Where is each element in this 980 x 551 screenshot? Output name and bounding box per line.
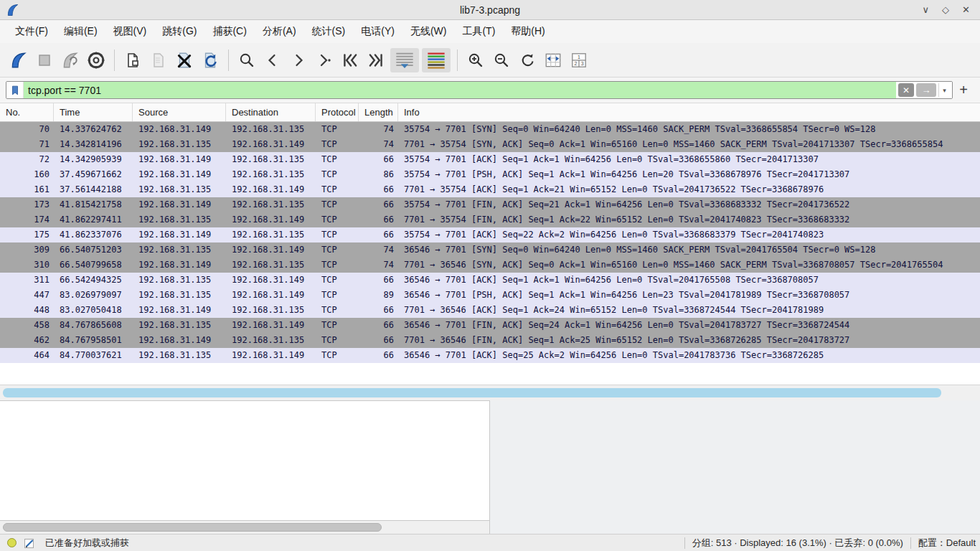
capture-options-icon[interactable] — [85, 48, 108, 72]
column-header-no[interactable]: No. — [0, 103, 54, 121]
packet-row[interactable]: 16137.561442188192.168.31.135192.168.31.… — [0, 182, 980, 197]
start-capture-icon[interactable] — [7, 48, 30, 72]
filter-dropdown-caret[interactable]: ▾ — [938, 83, 950, 97]
menu-help[interactable]: 帮助(H) — [503, 22, 552, 42]
reload-file-icon[interactable] — [199, 48, 222, 72]
find-packet-icon[interactable] — [235, 48, 258, 72]
menu-wireless[interactable]: 无线(W) — [402, 22, 455, 42]
packet-row[interactable]: 17441.862297411192.168.31.135192.168.31.… — [0, 212, 980, 227]
menu-statistics[interactable]: 统计(S) — [304, 22, 354, 42]
filter-clear-button[interactable]: ✕ — [898, 83, 914, 97]
menu-telephony[interactable]: 电话(Y) — [353, 22, 402, 42]
cell-length: 66 — [359, 333, 398, 348]
column-header-destination[interactable]: Destination — [226, 103, 316, 121]
menu-edit[interactable]: 编辑(E) — [56, 22, 105, 42]
packet-row[interactable]: 45884.767865608192.168.31.135192.168.31.… — [0, 318, 980, 333]
packet-row[interactable]: 44783.026979097192.168.31.135192.168.31.… — [0, 288, 980, 303]
packet-row[interactable]: 17541.862337076192.168.31.149192.168.31.… — [0, 227, 980, 242]
cell-source: 192.168.31.149 — [133, 152, 226, 167]
cell-destination: 192.168.31.135 — [226, 167, 316, 182]
packet-row[interactable]: 46284.767958501192.168.31.149192.168.31.… — [0, 333, 980, 348]
status-separator — [684, 537, 685, 549]
menu-view[interactable]: 视图(V) — [105, 22, 155, 42]
packet-row[interactable]: 7014.337624762192.168.31.149192.168.31.1… — [0, 122, 980, 137]
cell-length: 66 — [359, 197, 398, 212]
column-header-info[interactable]: Info — [398, 103, 980, 121]
cell-time: 37.561442188 — [54, 182, 133, 197]
column-header-time[interactable]: Time — [54, 103, 133, 121]
cell-time: 41.862337076 — [54, 227, 133, 242]
menu-analyze[interactable]: 分析(A) — [255, 22, 304, 42]
packet-row[interactable]: 46484.770037621192.168.31.135192.168.31.… — [0, 348, 980, 363]
go-back-icon[interactable] — [261, 48, 284, 72]
go-first-icon[interactable] — [339, 48, 362, 72]
packet-list-hscrollbar — [0, 385, 980, 400]
packet-details-hscrollbar-thumb[interactable] — [3, 523, 382, 532]
cell-protocol: TCP — [316, 197, 359, 212]
go-last-icon[interactable] — [364, 48, 387, 72]
menu-file[interactable]: 文件(F) — [7, 22, 56, 42]
close-button[interactable]: ✕ — [962, 5, 970, 14]
cell-source: 192.168.31.149 — [133, 333, 226, 348]
auto-scroll-icon[interactable] — [390, 48, 419, 72]
cell-protocol: TCP — [316, 227, 359, 242]
toolbar-separator — [457, 50, 458, 71]
menu-go[interactable]: 跳转(G) — [154, 22, 204, 42]
filter-apply-button[interactable]: → — [916, 83, 936, 97]
cell-source: 192.168.31.135 — [133, 182, 226, 197]
packet-row[interactable]: 31166.542494325192.168.31.135192.168.31.… — [0, 273, 980, 288]
cell-no: 462 — [0, 333, 54, 348]
packet-bytes-pane — [490, 400, 980, 534]
menu-tools[interactable]: 工具(T) — [454, 22, 503, 42]
maximize-button[interactable]: ◇ — [942, 5, 949, 14]
close-file-icon[interactable] — [173, 48, 196, 72]
cell-info: 36546 → 7701 [SYN] Seq=0 Win=64240 Len=0… — [398, 242, 980, 258]
packet-row[interactable]: 30966.540751203192.168.31.135192.168.31.… — [0, 242, 980, 258]
restart-capture-icon[interactable] — [59, 48, 82, 72]
packet-list-hscrollbar-thumb[interactable] — [3, 388, 941, 397]
packet-row[interactable]: 16037.459671662192.168.31.149192.168.31.… — [0, 167, 980, 182]
cell-info: 36546 → 7701 [ACK] Seq=25 Ack=2 Win=6425… — [398, 348, 980, 363]
menu-capture[interactable]: 捕获(C) — [204, 22, 254, 42]
save-file-icon[interactable] — [147, 48, 170, 72]
zoom-in-icon[interactable] — [464, 48, 487, 72]
layout-chooser-icon[interactable]: 123 — [567, 48, 590, 72]
cell-no: 160 — [0, 167, 54, 182]
cell-destination: 192.168.31.135 — [226, 258, 316, 273]
column-header-protocol[interactable]: Protocol — [316, 103, 359, 121]
packet-list-body: 7014.337624762192.168.31.149192.168.31.1… — [0, 122, 980, 363]
go-forward-icon[interactable] — [287, 48, 310, 72]
cell-source: 192.168.31.149 — [133, 122, 226, 137]
column-header-length[interactable]: Length — [359, 103, 398, 121]
cell-protocol: TCP — [316, 333, 359, 348]
filter-bookmark-icon[interactable] — [6, 82, 24, 98]
cell-protocol: TCP — [316, 122, 359, 137]
packet-row[interactable]: 44883.027050418192.168.31.149192.168.31.… — [0, 303, 980, 318]
status-profile[interactable]: 配置：Default — [918, 537, 980, 550]
cell-length: 66 — [359, 303, 398, 318]
cell-source: 192.168.31.135 — [133, 212, 226, 227]
cell-no: 71 — [0, 137, 54, 152]
go-to-packet-icon[interactable] — [313, 48, 336, 72]
cell-time: 37.459671662 — [54, 167, 133, 182]
colorize-icon[interactable] — [422, 48, 451, 72]
cell-info: 36546 → 7701 [ACK] Seq=1 Ack=1 Win=64256… — [398, 273, 980, 288]
cell-destination: 192.168.31.149 — [226, 137, 316, 152]
stop-capture-icon[interactable] — [33, 48, 56, 72]
zoom-original-icon[interactable] — [516, 48, 539, 72]
open-file-icon[interactable] — [121, 48, 144, 72]
cell-no: 174 — [0, 212, 54, 227]
column-header-source[interactable]: Source — [133, 103, 226, 121]
packet-row[interactable]: 7214.342905939192.168.31.149192.168.31.1… — [0, 152, 980, 167]
cell-protocol: TCP — [316, 303, 359, 318]
minimize-button[interactable]: ∨ — [923, 5, 930, 14]
packet-row[interactable]: 17341.815421758192.168.31.149192.168.31.… — [0, 197, 980, 212]
packet-row[interactable]: 31066.540799658192.168.31.149192.168.31.… — [0, 258, 980, 273]
packet-row[interactable]: 7114.342814196192.168.31.135192.168.31.1… — [0, 137, 980, 152]
display-filter-input[interactable]: tcp.port == 7701 — [24, 82, 896, 98]
resize-columns-icon[interactable] — [542, 48, 565, 72]
zoom-out-icon[interactable] — [490, 48, 513, 72]
capture-comment-icon[interactable] — [24, 537, 35, 549]
capture-status-led-icon[interactable] — [7, 538, 17, 547]
filter-add-expression-button[interactable]: + — [953, 82, 974, 98]
